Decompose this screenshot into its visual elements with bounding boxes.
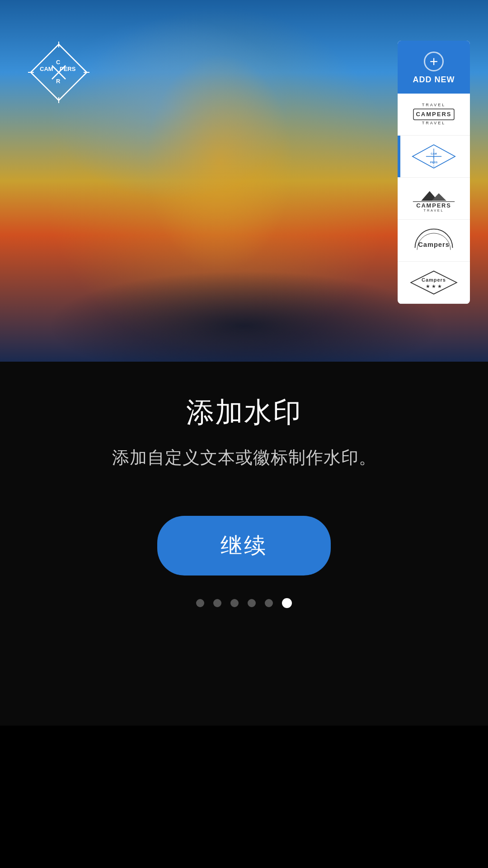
svg-line-2 [59, 44, 64, 50]
hero-image-section: CAM PERS C R + ADD NEW TRAVEL CAMPERS TR… [0, 0, 488, 362]
add-new-label: ADD NEW [413, 75, 455, 85]
svg-text:CAMPERS: CAMPERS [416, 111, 451, 118]
svg-line-11 [81, 72, 87, 78]
plus-icon: + [424, 52, 444, 71]
svg-text:TRAVEL: TRAVEL [424, 208, 444, 212]
svg-marker-36 [411, 271, 457, 294]
svg-text:CAM: CAM [40, 66, 53, 72]
logo-item-3[interactable]: CAMPERS TRAVEL [398, 178, 470, 220]
brand-logo: CAM PERS C R [27, 41, 90, 104]
bottom-space [0, 635, 488, 726]
add-new-button[interactable]: + ADD NEW [398, 41, 470, 94]
main-title: 添加水印 [27, 393, 461, 431]
svg-line-10 [81, 67, 87, 72]
svg-text:Campers: Campers [422, 277, 446, 283]
svg-text:C: C [56, 59, 61, 66]
logo-item-1[interactable]: TRAVEL CAMPERS TRAVEL [398, 94, 470, 136]
svg-line-1 [53, 44, 59, 50]
sub-title: 添加自定义文本或徽标制作水印。 [27, 445, 461, 471]
dot-1[interactable] [196, 599, 204, 607]
svg-text:CAM: CAM [431, 152, 437, 155]
svg-text:Campers: Campers [418, 241, 450, 248]
dot-6-active[interactable] [282, 598, 292, 608]
continue-button-wrapper: 继续 [0, 489, 488, 598]
svg-text:R: R [433, 165, 434, 167]
svg-text:PERS: PERS [430, 161, 437, 164]
svg-line-7 [31, 67, 36, 72]
svg-text:TRAVEL: TRAVEL [422, 103, 446, 107]
logo-item-4[interactable]: Campers [398, 220, 470, 262]
svg-text:★ ★ ★: ★ ★ ★ [426, 283, 442, 289]
svg-text:TRAVEL: TRAVEL [422, 121, 446, 125]
svg-line-5 [59, 95, 64, 100]
logo-selection-panel: + ADD NEW TRAVEL CAMPERS TRAVEL CAM C PE… [398, 41, 470, 304]
dot-5[interactable] [265, 599, 273, 607]
dot-4[interactable] [248, 599, 256, 607]
svg-text:R: R [56, 78, 61, 85]
svg-text:PERS: PERS [60, 66, 76, 72]
logo-item-2[interactable]: CAM C PERS R [398, 136, 470, 178]
dot-3[interactable] [230, 599, 239, 607]
svg-text:C: C [433, 156, 435, 159]
dot-2[interactable] [213, 599, 221, 607]
logo-item-5[interactable]: Campers ★ ★ ★ [398, 262, 470, 304]
continue-button[interactable]: 继续 [157, 516, 331, 576]
svg-line-4 [53, 95, 59, 100]
pagination-dots [0, 598, 488, 635]
text-section: 添加水印 添加自定义文本或徽标制作水印。 [0, 362, 488, 489]
svg-text:CAMPERS: CAMPERS [416, 202, 451, 209]
svg-line-8 [31, 72, 36, 78]
